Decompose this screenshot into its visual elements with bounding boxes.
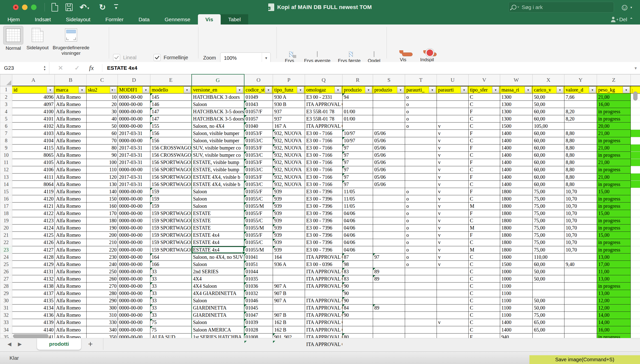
grid-cell[interactable]: 0000-00-00 [118, 188, 150, 195]
grid-cell[interactable]: E3 00 - 7166 [305, 137, 343, 144]
horizontal-scrollbar-thumb[interactable] [13, 334, 49, 338]
grid-cell[interactable]: v [437, 137, 469, 144]
add-sheet-button[interactable]: + [88, 338, 93, 350]
tab-formler[interactable]: Formler [98, 14, 131, 24]
row-number[interactable]: 5 [0, 115, 12, 122]
grid-cell[interactable]: 0000-00-00 [118, 326, 150, 334]
grid-cell[interactable]: F [469, 130, 500, 137]
grid-cell[interactable]: v [437, 239, 469, 246]
grid-cell[interactable]: 01041 [244, 254, 273, 261]
grid-cell[interactable]: C [469, 181, 500, 188]
ruler-checkbox[interactable]: Lineal [113, 54, 136, 61]
grid-cell[interactable]: 0000-00-00 [118, 261, 150, 268]
grid-cell[interactable]: 01055/F [244, 210, 273, 217]
grid-cell[interactable] [437, 108, 469, 115]
grid-cell[interactable]: C [469, 261, 500, 268]
grid-cell[interactable]: E3 00 - 7396 [305, 188, 343, 195]
filter-button[interactable]: ▼ [79, 86, 86, 93]
grid-cell[interactable]: o [405, 224, 437, 232]
grid-cell[interactable] [273, 275, 305, 282]
grid-cell[interactable]: 16,00 [597, 101, 631, 108]
grid-cell[interactable] [631, 312, 640, 319]
grid-cell[interactable]: 907 B [273, 312, 305, 319]
grid-cell[interactable]: 89 [373, 275, 405, 282]
grid-cell[interactable]: 01046 [244, 297, 273, 304]
grid-cell[interactable]: 1300 [500, 108, 533, 115]
grid-cell[interactable]: 156 CROSSWAGON ( [150, 144, 192, 152]
grid-cell[interactable]: 70 [87, 137, 118, 144]
grid-cell[interactable]: 166 [150, 261, 192, 268]
grid-cell[interactable]: o [405, 101, 437, 108]
grid-cell[interactable]: 01053/F [244, 174, 273, 181]
row-number[interactable]: 30 [0, 297, 12, 304]
grid-cell[interactable]: 1800 [500, 195, 533, 202]
grid-cell[interactable] [343, 326, 373, 334]
column-letter[interactable] [631, 74, 640, 86]
grid-cell[interactable]: 159 SPORTWAGON ( [150, 239, 192, 246]
grid-cell[interactable]: 939 [273, 224, 305, 232]
grid-cell[interactable]: 4103 [12, 130, 55, 137]
grid-cell[interactable] [343, 122, 373, 130]
grid-cell[interactable]: Alfa Romeo [55, 210, 87, 217]
grid-cell[interactable] [533, 282, 564, 290]
grid-cell[interactable] [405, 275, 437, 282]
collapse-ribbon-chevron-icon[interactable]: ⌃ [630, 17, 633, 22]
row-number[interactable]: 31 [0, 304, 12, 312]
grid-cell[interactable] [564, 312, 597, 319]
grid-cell[interactable]: 930 A [273, 94, 305, 101]
grid-cell[interactable]: 60,00 [533, 174, 564, 181]
grid-cell[interactable]: 10/97 [343, 137, 373, 144]
grid-cell[interactable] [631, 319, 640, 326]
grid-cell[interactable]: Alfa Romeo [55, 174, 87, 181]
column-letter[interactable]: O [244, 74, 273, 86]
header-cell[interactable]: MODIFI▼ [118, 86, 150, 94]
grid-cell[interactable]: 04/06 [343, 232, 373, 239]
column-letter[interactable]: T [405, 74, 437, 86]
grid-cell[interactable]: Saloon [192, 195, 244, 202]
new-document-icon[interactable] [52, 0, 58, 14]
grid-cell[interactable]: 97 [343, 181, 373, 188]
grid-cell[interactable]: 180 [87, 217, 118, 224]
grid-cell[interactable]: E3 00 - 7166 [305, 174, 343, 181]
grid-cell[interactable]: 2017-03-31 [118, 174, 150, 181]
row-number[interactable]: 22 [0, 239, 12, 246]
grid-cell[interactable]: 01044 [244, 268, 273, 275]
grid-cell[interactable] [373, 326, 405, 334]
filter-button[interactable]: ▼ [184, 86, 191, 93]
grid-cell[interactable]: 4139 [12, 319, 55, 326]
row-number[interactable]: 24 [0, 254, 12, 261]
grid-cell[interactable]: 01055/C [244, 217, 273, 224]
row-number[interactable]: 8 [0, 137, 12, 144]
grid-cell[interactable]: 10,70 [564, 239, 597, 246]
grid-cell[interactable]: Alfa Romeo [55, 94, 87, 101]
grid-cell[interactable] [564, 304, 597, 312]
grid-cell[interactable]: Alfa Romeo [55, 152, 87, 159]
grid-cell[interactable]: 155 [150, 122, 192, 130]
grid-cell[interactable]: 8,20 [564, 115, 597, 122]
grid-cell[interactable] [373, 108, 405, 115]
row-number[interactable]: 11 [0, 159, 12, 166]
formula-input[interactable]: ESTATE 4x4 [107, 62, 137, 74]
grid-cell[interactable]: 159 [150, 195, 192, 202]
grid-cell[interactable]: 939 [273, 246, 305, 253]
grid-cell[interactable] [631, 137, 640, 144]
grid-cell[interactable]: 930 B [273, 101, 305, 108]
grid-cell[interactable] [631, 115, 640, 122]
grid-cell[interactable]: 190 [87, 224, 118, 232]
grid-cell[interactable] [405, 130, 437, 137]
grid-cell[interactable]: 1800 [500, 202, 533, 210]
grid-cell[interactable]: 156 SPORTWAGON ( [150, 174, 192, 181]
grid-cell[interactable]: C [469, 101, 500, 108]
grid-cell[interactable]: C [469, 166, 500, 173]
redo-icon[interactable]: ↻ [99, 0, 106, 14]
formula-bar-expand-icon[interactable]: ▼ [634, 62, 637, 74]
grid-cell[interactable]: 05/06 [373, 137, 405, 144]
grid-cell[interactable]: 939 [273, 188, 305, 195]
header-cell[interactable]: id▼ [12, 86, 55, 94]
grid-cell[interactable]: 1000 [500, 275, 533, 282]
grid-cell[interactable]: Saloon [192, 202, 244, 210]
row-number[interactable]: 10 [0, 152, 12, 159]
grid-cell[interactable]: 60,00 [533, 152, 564, 159]
grid-cell[interactable]: 10,70 [564, 188, 597, 195]
grid-cell[interactable]: v [437, 181, 469, 188]
